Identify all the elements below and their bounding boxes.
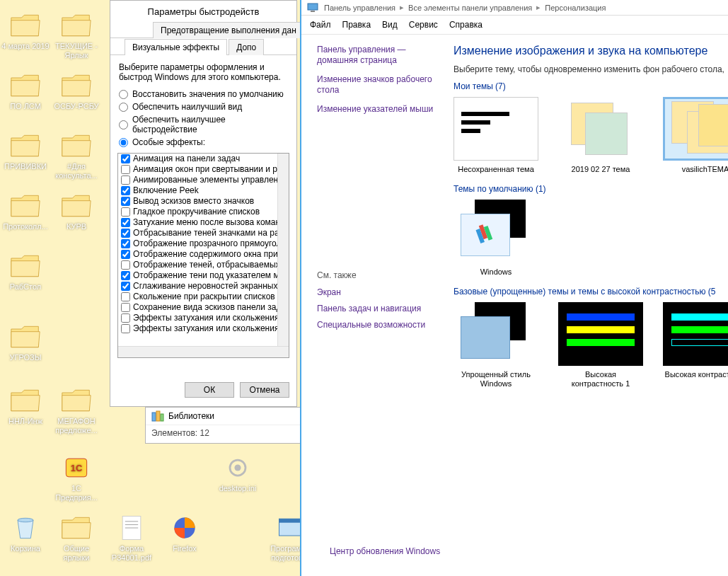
effect-item[interactable]: Отображение содержимого окна при пере — [118, 249, 289, 260]
desktop-icon[interactable]: Firefox — [159, 513, 210, 553]
theme-item[interactable]: vasilichTEMA — [663, 97, 728, 174]
radio-best-perf[interactable]: Обеспечить наилучшее быстродействие — [119, 113, 288, 136]
effect-checkbox[interactable] — [121, 229, 130, 238]
desktop-icon[interactable]: Корзина — [0, 513, 51, 553]
effect-checkbox[interactable] — [121, 271, 130, 280]
address-bar[interactable]: Панель управления ▸ Все элементы панели … — [301, 0, 728, 16]
tab-dep[interactable]: Предотвращение выполнения дан — [153, 22, 304, 38]
theme-item[interactable]: Упрощенный стиль Windows — [453, 302, 538, 388]
effect-item[interactable]: Отображение прозрачного прямоугольник — [118, 238, 289, 249]
effect-checkbox[interactable] — [121, 154, 130, 163]
theme-item[interactable]: Высокая контрастность 1 — [558, 302, 643, 388]
effect-item[interactable]: Сохранение вида эскизов панели задач — [118, 302, 289, 313]
effect-checkbox[interactable] — [121, 218, 130, 227]
sidebar-mouse-pointers[interactable]: Изменение указателей мыши — [317, 104, 439, 115]
ok-button[interactable]: ОК — [185, 382, 234, 398]
effect-checkbox[interactable] — [121, 324, 130, 333]
desktop-icon[interactable]: ОСБУ-РСБУ — [51, 71, 102, 111]
effect-item[interactable]: Эффекты затухания или скольжения при — [118, 323, 289, 334]
effect-label: Гладкое прокручивание списков — [133, 207, 260, 217]
effect-item[interactable]: Сглаживание неровностей экранных шри — [118, 281, 289, 292]
desktop-icon[interactable]: Форма Р34001.pdf — [106, 513, 157, 563]
icon-glyph — [221, 453, 255, 483]
desktop-icon[interactable]: РабСтол — [0, 251, 51, 292]
desktop-icon[interactable]: УГРОЗЫ — [0, 322, 51, 362]
desktop-icon[interactable]: ПО ЛСМ — [0, 71, 51, 111]
chevron-right-icon: ▸ — [536, 3, 541, 12]
radio-default[interactable]: Восстановить значения по умолчанию — [119, 88, 288, 100]
effect-item[interactable]: Анимированные элементы управления и эл — [118, 175, 289, 185]
breadcrumb-2[interactable]: Все элементы панели управления — [408, 4, 532, 12]
group-my-themes[interactable]: Мои темы (7) — [453, 81, 728, 91]
desktop-icon[interactable]: ННЛ-Инж — [0, 386, 51, 426]
effect-item[interactable]: Затухание меню после вызова команды — [118, 217, 289, 228]
effect-checkbox[interactable] — [121, 292, 130, 301]
theme-item[interactable]: 2019 02 27 тема — [558, 97, 643, 174]
effect-checkbox[interactable] — [121, 260, 130, 270]
sidebar-home[interactable]: Панель управления — домашняя страница — [317, 45, 439, 66]
desktop-icon[interactable]: ТЕКУЩИЕ - Ярлык — [51, 11, 102, 60]
effect-checkbox[interactable] — [121, 186, 130, 195]
desktop-icon[interactable]: desktop.ini — [212, 453, 263, 493]
effect-label: Отбрасывание теней значками на рабоче — [133, 228, 289, 238]
menu-item[interactable]: Правка — [342, 20, 371, 30]
effect-item[interactable]: Анимация окон при свертывании и разверт — [118, 164, 289, 175]
group-basic-themes[interactable]: Базовые (упрощенные) темы и темы с высок… — [453, 287, 728, 296]
effect-checkbox[interactable] — [121, 313, 130, 323]
effect-checkbox[interactable] — [121, 250, 130, 259]
icon-glyph — [115, 513, 149, 543]
scrollbar-v[interactable] — [277, 154, 289, 346]
menu-item[interactable]: Сервис — [409, 20, 438, 30]
theme-item[interactable]: Windows — [453, 200, 538, 277]
breadcrumb-1[interactable]: Панель управления — [324, 4, 395, 12]
effect-checkbox[interactable] — [121, 197, 130, 206]
radio-best-look[interactable]: Обеспечить наилучший вид — [119, 100, 288, 113]
sidebar-screen[interactable]: Экран — [317, 287, 439, 298]
theme-label: vasilichTEMA — [663, 165, 728, 174]
effect-item[interactable]: Вывод эскизов вместо значков — [118, 196, 289, 207]
effect-checkbox[interactable] — [121, 175, 130, 185]
effect-label: Отображение теней, отбрасываемых окна — [133, 260, 289, 270]
desktop-icon[interactable]: ПРИВИВКИ — [0, 131, 51, 171]
group-default-themes[interactable]: Темы по умолчанию (1) — [453, 184, 728, 194]
effect-label: Отображение тени под указателем мыши — [133, 270, 289, 281]
effect-item[interactable]: Отображение тени под указателем мыши — [118, 270, 289, 281]
menu-item[interactable]: Файл — [310, 20, 331, 30]
cancel-button[interactable]: Отмена — [240, 382, 289, 398]
radio-custom[interactable]: Особые эффекты: — [119, 136, 288, 149]
sidebar-ease[interactable]: Специальные возможности — [317, 320, 439, 330]
menu-item[interactable]: Вид — [382, 20, 398, 30]
svg-text:1C: 1C — [71, 463, 82, 474]
effect-checkbox[interactable] — [121, 207, 130, 217]
theme-item[interactable]: Несохраненная тема — [453, 97, 538, 174]
effect-checkbox[interactable] — [121, 303, 130, 312]
desktop-icon[interactable]: Протоколл... — [0, 191, 51, 231]
sidebar: Панель управления — домашняя страница Из… — [301, 35, 446, 572]
effect-checkbox[interactable] — [121, 165, 130, 174]
sidebar-desktop-icons[interactable]: Изменение значков рабочего стола — [317, 74, 439, 96]
breadcrumb-3[interactable]: Персонализация — [545, 4, 606, 12]
effect-item[interactable]: Включение Peek — [118, 185, 289, 196]
sidebar-taskbar[interactable]: Панель задач и навигация — [317, 304, 439, 314]
effect-checkbox[interactable] — [121, 239, 130, 248]
effect-item[interactable]: Скольжение при раскрытии списков — [118, 292, 289, 302]
effect-item[interactable]: Отбрасывание теней значками на рабоче — [118, 228, 289, 238]
scrollbar-h[interactable] — [118, 346, 289, 357]
theme-item[interactable]: Высокая контрастност — [663, 302, 728, 388]
effect-item[interactable]: Эффекты затухания или скольжения при — [118, 313, 289, 323]
desktop-icon[interactable]: #Для консульта... — [51, 131, 102, 180]
desktop-icon[interactable]: 1C1С Предприя... — [51, 453, 102, 502]
menu-item[interactable]: Справка — [449, 20, 483, 30]
effect-checkbox[interactable] — [121, 282, 130, 291]
desktop-icon[interactable]: Общие ярлыки — [51, 513, 102, 563]
effect-item[interactable]: Анимация на панели задач — [118, 154, 289, 164]
tab-visual-effects[interactable]: Визуальные эффекты — [125, 39, 227, 55]
desktop-icon[interactable]: 4 марта 2019 — [0, 11, 51, 51]
desktop-icon[interactable]: КУРВ — [51, 191, 102, 231]
effect-item[interactable]: Отображение теней, отбрасываемых окна — [118, 260, 289, 270]
tab-advanced[interactable]: Допо — [229, 39, 264, 55]
effect-item[interactable]: Гладкое прокручивание списков — [118, 207, 289, 217]
desktop-icon[interactable]: МЕГАФОН предложе... — [51, 386, 102, 435]
sidebar-windows-update[interactable]: Центр обновления Windows — [330, 546, 440, 556]
icon-glyph — [8, 71, 42, 100]
